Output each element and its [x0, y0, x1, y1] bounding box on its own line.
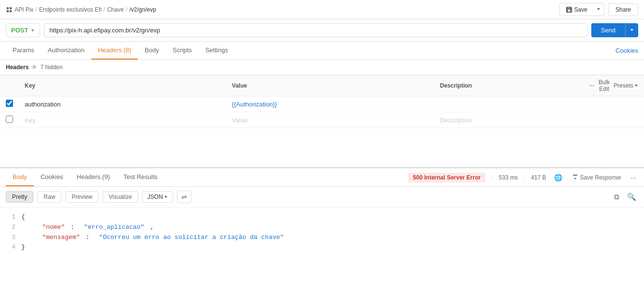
response-tab-headers[interactable]: Headers (9) [70, 168, 117, 186]
json-brace-close: } [21, 242, 25, 253]
table-row: authorization {{Authorization}} [0, 96, 644, 112]
send-button-group: Send [591, 23, 638, 37]
svg-rect-0 [7, 7, 9, 9]
table-empty-row: Key Value Description [0, 112, 644, 128]
format-type-label: JSON [147, 194, 163, 200]
breadcrumb-item-1[interactable]: API Pix [15, 6, 33, 13]
format-type-select[interactable]: JSON [142, 191, 173, 203]
save-response-icon [572, 174, 578, 180]
tab-params[interactable]: Params [6, 42, 41, 60]
row-key[interactable]: authorization [25, 101, 60, 108]
format-preview-button[interactable]: Preview [65, 191, 99, 203]
presets-button[interactable]: Presets [614, 82, 638, 89]
svg-rect-1 [10, 7, 12, 9]
save-dropdown-button[interactable] [593, 3, 604, 16]
save-label: Save [574, 6, 587, 13]
eye-icon[interactable]: 👁 [31, 64, 37, 71]
response-meta: 500 Internal Server Error · 533 ms · 417… [408, 172, 638, 183]
headers-label: Headers [6, 64, 29, 71]
format-row: Pretty Raw Preview Visualize JSON ⇌ ⧉ 🔍 [0, 187, 644, 208]
response-time: 533 ms [499, 174, 518, 181]
row-key-cell: authorization [19, 96, 226, 112]
th-actions: ··· Bulk Edit Presets [583, 75, 644, 96]
breadcrumb-sep-1: / [35, 6, 37, 13]
headers-label-row: Headers 👁 7 hidden [0, 60, 644, 75]
tab-body[interactable]: Body [138, 42, 166, 60]
share-button[interactable]: Share [608, 3, 638, 16]
empty-row-key-placeholder[interactable]: Key [25, 117, 35, 124]
row-value[interactable]: {{Authorization}} [232, 101, 277, 108]
meta-icons: 🌐 Save Response ··· [552, 172, 638, 183]
request-tabs-row: Params Authorization Headers (8) Body Sc… [0, 42, 644, 60]
save-icon [566, 6, 572, 13]
breadcrumb: API Pix / Endpoints exclusivos Efi / Cha… [6, 6, 156, 13]
json-key-mensagem: "mensagem" [42, 233, 80, 243]
line-num-2: 2 [6, 223, 15, 233]
status-badge: 500 Internal Server Error [408, 173, 485, 182]
row-actions-cell [583, 96, 644, 112]
chevron-down-icon [596, 7, 601, 12]
tab-headers[interactable]: Headers (8) [91, 42, 138, 60]
presets-label: Presets [614, 82, 633, 89]
request-tabs: Params Authorization Headers (8) Body Sc… [6, 42, 235, 60]
breadcrumb-item-2[interactable]: Endpoints exclusivos Efi [39, 6, 102, 13]
response-tab-test-results[interactable]: Test Results [117, 168, 164, 186]
send-button[interactable]: Send [591, 23, 625, 37]
response-tab-body[interactable]: Body [6, 168, 34, 186]
json-output: 1 { 2 "nome" : "erro_aplicacao", 3 "mens… [0, 208, 644, 257]
table-header-row: Key Value Description ··· Bulk Edit Pres… [0, 75, 644, 96]
empty-row-value-placeholder[interactable]: Value [232, 117, 248, 124]
search-button[interactable]: 🔍 [625, 191, 638, 203]
globe-icon-button[interactable]: 🌐 [552, 172, 564, 183]
format-raw-button[interactable]: Raw [37, 191, 61, 203]
breadcrumb-sep-2: / [103, 6, 105, 13]
th-checkbox [0, 75, 19, 96]
bulk-edit-button[interactable]: Bulk Edit [599, 79, 610, 92]
line-num-4: 4 [6, 242, 15, 253]
empty-row-desc-cell: Description [434, 112, 583, 128]
row-checkbox[interactable] [6, 100, 13, 107]
tab-scripts[interactable]: Scripts [166, 42, 199, 60]
empty-row-checkbox-cell [0, 112, 19, 128]
copy-button[interactable]: ⧉ [612, 191, 621, 203]
save-response-button[interactable]: Save Response [568, 172, 625, 183]
th-value: Value [226, 75, 435, 96]
breadcrumb-sep-3: / [126, 6, 127, 13]
headers-table: Key Value Description ··· Bulk Edit Pres… [0, 75, 644, 128]
url-input[interactable] [44, 23, 587, 37]
more-options-button[interactable]: ··· [629, 172, 638, 183]
headers-section: Headers 👁 7 hidden Key Value Description… [0, 60, 644, 128]
th-key: Key [19, 75, 226, 96]
save-group: Save [559, 3, 604, 16]
response-tab-cookies[interactable]: Cookies [34, 168, 70, 186]
svg-rect-4 [573, 175, 577, 176]
format-pretty-button[interactable]: Pretty [6, 191, 33, 203]
json-key-nome: "nome" [42, 223, 65, 233]
json-colon-2: : [86, 233, 93, 243]
save-button[interactable]: Save [559, 3, 593, 16]
presets-chevron-icon [634, 84, 638, 88]
format-visualize-button[interactable]: Visualize [102, 191, 138, 203]
send-dropdown-button[interactable] [625, 23, 638, 37]
json-colon-1: : [71, 223, 78, 233]
json-line-3: 3 "mensagem" : "Ocorreu um erro ao solic… [6, 233, 638, 243]
format-chevron-icon [164, 195, 168, 199]
response-section: Body Cookies Headers (9) Test Results 50… [0, 167, 644, 257]
meta-separator-1: · [491, 174, 493, 181]
response-size: 417 B [531, 174, 546, 181]
dots-icon[interactable]: ··· [589, 82, 595, 90]
breadcrumb-item-3[interactable]: Chave [107, 6, 124, 13]
empty-row-checkbox[interactable] [6, 116, 13, 123]
tab-authorization[interactable]: Authorization [41, 42, 91, 60]
method-chevron-icon: ▼ [30, 28, 35, 33]
empty-row-actions-cell [583, 112, 644, 128]
json-line-4: 4 } [6, 242, 638, 253]
url-bar: POST ▼ Send [0, 19, 644, 42]
empty-row-desc-placeholder[interactable]: Description [440, 117, 471, 124]
method-select[interactable]: POST ▼ [6, 23, 40, 37]
json-line-2: 2 "nome" : "erro_aplicacao", [6, 223, 638, 233]
row-value-cell: {{Authorization}} [226, 96, 435, 112]
tab-settings[interactable]: Settings [199, 42, 235, 60]
format-filter-button[interactable]: ⇌ [177, 191, 191, 203]
cookies-link[interactable]: Cookies [615, 42, 638, 59]
